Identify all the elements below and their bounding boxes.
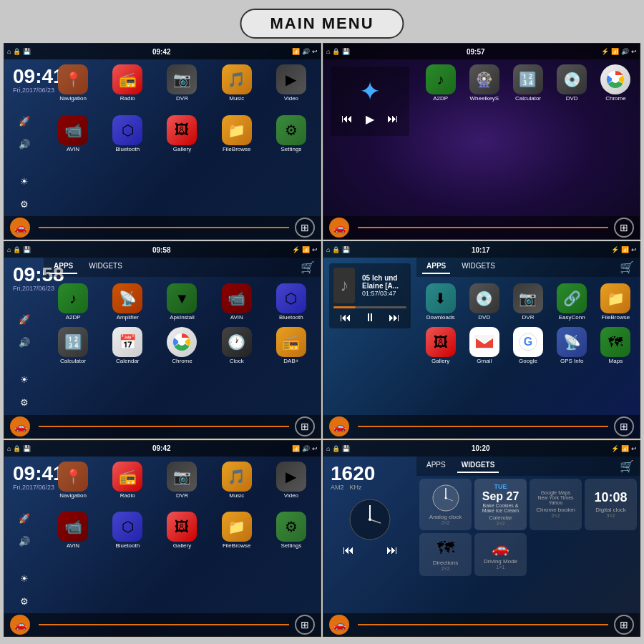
tab-widgets-3[interactable]: WIDGETS	[84, 260, 127, 274]
sun-sidebar-icon[interactable]: ☀	[15, 172, 34, 190]
speaker-sidebar-3[interactable]: 🔊	[15, 333, 34, 352]
gallery-icon-s4[interactable]: 🖼 Gallery	[419, 325, 462, 367]
calendar-icon-s3[interactable]: 📅 Calendar	[101, 325, 154, 367]
filebrowse-icon-s5[interactable]: 📁 FileBrowse	[210, 509, 263, 552]
apps-btn-2[interactable]: ⊞	[614, 218, 634, 238]
avin-icon-s5[interactable]: 📹 AVIN	[47, 509, 99, 552]
home-icon-4[interactable]: ⌂	[326, 246, 330, 253]
tab-apps-4[interactable]: APPS	[422, 260, 450, 274]
settings-icon[interactable]: ⚙ Settings	[265, 113, 318, 155]
apps-btn-1[interactable]: ⊞	[295, 218, 315, 238]
bt-play[interactable]: ▶	[366, 112, 374, 126]
widget-directions[interactable]: 🗺 Directions 2×2	[419, 533, 472, 576]
car-btn-5[interactable]: 🚗	[10, 615, 30, 635]
calculator-icon-s3[interactable]: 🔢 Calculator	[47, 325, 99, 367]
back-icon-6[interactable]: ↩	[631, 445, 637, 452]
filebrowse-icon[interactable]: 📁 FileBrowse	[210, 113, 263, 155]
widget-chrome-bookmarks[interactable]: Google Maps New York Times Yahoo Chrome …	[530, 479, 582, 530]
dvd-icon-s2[interactable]: 💿 DVD	[551, 62, 593, 104]
tab-widgets-4[interactable]: WIDGETS	[457, 260, 499, 274]
speaker-sidebar-icon[interactable]: 🔊	[15, 135, 34, 154]
back-icon-4[interactable]: ↩	[631, 246, 637, 253]
music-icon[interactable]: 🎵 Music	[210, 62, 263, 104]
maps-icon-s4[interactable]: 🗺 Maps	[595, 325, 637, 367]
avin-icon-s3[interactable]: 📹 AVIN	[210, 281, 263, 323]
settings-icon-s5[interactable]: ⚙ Settings	[265, 509, 318, 552]
video-icon[interactable]: ▶ Video	[265, 62, 318, 104]
home-icon-2[interactable]: ⌂	[326, 48, 330, 55]
chrome-icon-s2[interactable]: Chrome	[595, 62, 637, 104]
prev-btn[interactable]: ⏮	[340, 311, 351, 324]
car-btn-2[interactable]: 🚗	[329, 218, 349, 238]
bluetooth-icon-s3[interactable]: ⬡ Bluetooth	[265, 281, 318, 323]
rocket-sidebar-5[interactable]: 🚀	[15, 509, 34, 527]
bt-prev[interactable]: ⏮	[341, 112, 353, 126]
clock-icon-s3[interactable]: 🕐 Clock	[210, 325, 263, 367]
widget-analog-clock[interactable]: Analog clock 2×2	[419, 479, 472, 530]
wheelkeys-icon[interactable]: 🎡 WheelkeyS	[463, 62, 505, 104]
apps-btn-4[interactable]: ⊞	[614, 416, 634, 436]
apps-btn-6[interactable]: ⊞	[614, 615, 634, 635]
tune-sidebar-icon[interactable]: ⚙	[15, 195, 34, 213]
google-icon-s4[interactable]: G Google	[507, 325, 549, 367]
back-icon-5[interactable]: ↩	[312, 445, 318, 452]
car-btn-6[interactable]: 🚗	[329, 615, 349, 635]
widget-calendar[interactable]: TUE Sep 27 Bake Cookies & Make Ice Cream…	[474, 479, 527, 530]
a2dp-icon-s2[interactable]: ♪ A2DP	[419, 62, 462, 104]
back-icon-3[interactable]: ↩	[312, 246, 318, 253]
apkinstall-icon[interactable]: ▼ ApkInstall	[155, 281, 208, 323]
car-btn-4[interactable]: 🚗	[329, 416, 349, 436]
dvr-icon-s4[interactable]: 📷 DVR	[507, 281, 549, 323]
radio-icon-s5[interactable]: 📻 Radio	[101, 459, 154, 502]
bt-next[interactable]: ⏭	[387, 112, 399, 126]
gmail-icon[interactable]: Gmail	[463, 325, 505, 367]
bluetooth-icon[interactable]: ⬡ Bluetooth	[101, 113, 154, 155]
dvd-icon-s4[interactable]: 💿 DVD	[463, 281, 505, 323]
filebrowse-icon-s4[interactable]: 📁 FileBrowse	[595, 281, 637, 323]
tab-apps-3[interactable]: APPS	[49, 260, 77, 274]
gpsinfo-icon[interactable]: 📡 GPS Info	[551, 325, 593, 367]
tab-apps-6[interactable]: APPS	[422, 459, 450, 473]
dvr-icon[interactable]: 📷 DVR	[155, 62, 208, 104]
back-icon[interactable]: ↩	[312, 48, 318, 55]
home-icon-5[interactable]: ⌂	[7, 445, 11, 452]
radio-prev[interactable]: ⏮	[343, 544, 354, 557]
calculator-icon-s2[interactable]: 🔢 Calculator	[507, 62, 549, 104]
speaker-sidebar-5[interactable]: 🔊	[15, 532, 34, 550]
tune-sidebar-5[interactable]: ⚙	[15, 592, 34, 610]
chrome-icon-s3[interactable]: Chrome	[155, 325, 208, 367]
tab-widgets-6[interactable]: WIDGETS	[457, 459, 499, 473]
avin-icon[interactable]: 📹 AVIN	[47, 113, 99, 155]
tab-store-icon-6[interactable]: 🛒	[620, 459, 634, 473]
video-icon-s5[interactable]: ▶ Video	[265, 459, 318, 502]
downloads-icon[interactable]: ⬇ Downloads	[419, 281, 462, 323]
home-icon-6[interactable]: ⌂	[326, 445, 330, 452]
rocket-sidebar-icon[interactable]: 🚀	[15, 112, 34, 131]
widget-driving-mode[interactable]: 🚗 Driving Mode 1×1	[474, 533, 527, 576]
a2dp-icon-s3[interactable]: ♪ A2DP	[47, 281, 99, 323]
sun-sidebar-3[interactable]: ☀	[15, 371, 34, 389]
tab-store-icon-3[interactable]: 🛒	[301, 260, 315, 274]
music-icon-s5[interactable]: 🎵 Music	[210, 459, 263, 502]
home-icon[interactable]: ⌂	[7, 48, 11, 55]
dvr-icon-s5[interactable]: 📷 DVR	[155, 459, 208, 502]
bluetooth-icon-s5[interactable]: ⬡ Bluetooth	[101, 509, 154, 552]
home-icon-3[interactable]: ⌂	[7, 246, 11, 253]
car-btn-1[interactable]: 🚗	[10, 218, 30, 238]
gallery-icon[interactable]: 🖼 Gallery	[155, 113, 208, 155]
dab-icon-s3[interactable]: 📻 DAB+	[265, 325, 318, 367]
nav-icon-s5[interactable]: 📍 Navigation	[47, 459, 99, 502]
gallery-icon-s5[interactable]: 🖼 Gallery	[155, 509, 208, 552]
car-btn-3[interactable]: 🚗	[10, 416, 30, 436]
back-icon-2[interactable]: ↩	[631, 48, 637, 55]
easyconn-icon[interactable]: 🔗 EasyConn	[551, 281, 593, 323]
tune-sidebar-3[interactable]: ⚙	[15, 394, 34, 412]
nav-icon[interactable]: 📍 Navigation	[47, 62, 99, 104]
music-progress-bar[interactable]	[333, 306, 406, 308]
radio-icon[interactable]: 📻 Radio	[101, 62, 154, 104]
next-btn[interactable]: ⏭	[389, 311, 400, 324]
amplifier-icon[interactable]: 📡 Amplifier	[101, 281, 154, 323]
rocket-sidebar-3[interactable]: 🚀	[15, 311, 34, 329]
radio-next[interactable]: ⏭	[386, 544, 398, 557]
sun-sidebar-5[interactable]: ☀	[15, 569, 34, 587]
